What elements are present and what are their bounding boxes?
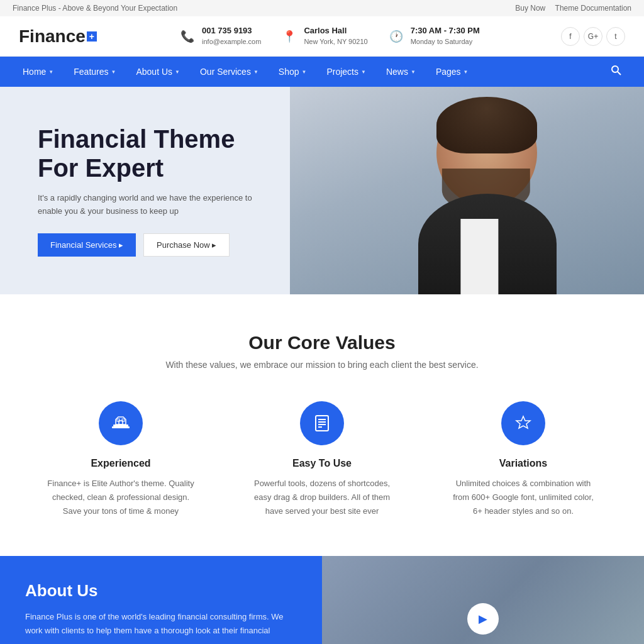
- about-left: About Us Finance Plus is one of the worl…: [0, 556, 322, 644]
- email: info@example.com: [202, 38, 261, 45]
- nav-about[interactable]: About Us ▼: [126, 58, 190, 86]
- svg-line-1: [618, 72, 621, 75]
- svg-rect-7: [316, 416, 328, 431]
- hero-content: Financial Theme For Expert It's a rapidl…: [0, 99, 314, 282]
- hours-time: 7:30 AM - 7:30 PM: [411, 26, 480, 35]
- about-section: About Us Finance Plus is one of the worl…: [0, 556, 644, 644]
- header-contacts: 📞 001 735 9193 info@example.com 📍 Carlos…: [178, 26, 480, 47]
- services-arrow-icon: ▼: [253, 69, 258, 75]
- logo[interactable]: Finance+: [19, 26, 97, 47]
- value-easy-to-use: Easy To Use Powerful tools, dozens of sh…: [247, 401, 397, 518]
- projects-arrow-icon: ▼: [361, 69, 366, 75]
- phone-text: 001 735 9193 info@example.com: [202, 26, 261, 47]
- value-experienced: Experienced Finance+ is Elite Author's t…: [45, 401, 196, 518]
- variations-desc: Unlimited choices & combination with fro…: [448, 477, 599, 518]
- about-desc: Finance Plus is one of the world's leadi…: [25, 610, 297, 638]
- facebook-link[interactable]: f: [561, 27, 580, 46]
- google-plus-link[interactable]: G+: [584, 27, 602, 46]
- core-values-subtitle: With these values, we embrace our missio…: [25, 360, 619, 370]
- nav-projects[interactable]: Projects ▼: [316, 58, 376, 86]
- easy-to-use-icon: [300, 401, 344, 445]
- theme-doc-link[interactable]: Theme Documentation: [555, 4, 631, 13]
- hero-section: Financial Theme For Expert It's a rapidl…: [0, 87, 644, 294]
- top-bar-links: Buy Now Theme Documentation: [508, 4, 631, 13]
- phone-icon: 📞: [178, 27, 197, 46]
- nav-shop[interactable]: Shop ▼: [269, 58, 317, 86]
- core-values-section: Our Core Values With these values, we em…: [0, 294, 644, 556]
- search-button[interactable]: [601, 57, 631, 87]
- easy-to-use-desc: Powerful tools, dozens of shortcodes, ea…: [247, 477, 397, 518]
- home-arrow-icon: ▼: [48, 69, 53, 75]
- play-button[interactable]: ▶: [467, 603, 499, 635]
- location-icon: 📍: [280, 27, 299, 46]
- nav-features[interactable]: Features ▼: [64, 58, 126, 86]
- hero-bg: [290, 87, 644, 294]
- svg-rect-3: [112, 426, 130, 428]
- hero-image: [290, 87, 644, 294]
- contact-location: 📍 Carlos Hall New York, NY 90210: [280, 26, 367, 47]
- about-title: About Us: [25, 581, 297, 601]
- top-bar: Finance Plus - Above & Beyond Your Expec…: [0, 0, 644, 16]
- experienced-desc: Finance+ is Elite Author's theme. Qualit…: [45, 477, 196, 518]
- contact-phone: 📞 001 735 9193 info@example.com: [178, 26, 261, 47]
- purchase-now-button[interactable]: Purchase Now ▸: [143, 233, 230, 257]
- svg-point-0: [612, 66, 618, 72]
- person-hair: [436, 97, 537, 153]
- twitter-link[interactable]: t: [606, 27, 625, 46]
- phone-number: 001 735 9193: [202, 26, 261, 35]
- variations-title: Variations: [448, 458, 599, 469]
- logo-text: Finance: [19, 26, 86, 47]
- nav-home[interactable]: Home ▼: [13, 58, 64, 86]
- nav-services[interactable]: Our Services ▼: [190, 58, 269, 86]
- tagline: Finance Plus - Above & Beyond Your Expec…: [13, 4, 177, 13]
- easy-to-use-title: Easy To Use: [247, 458, 397, 469]
- pages-arrow-icon: ▼: [464, 69, 469, 75]
- contact-hours: 🕐 7:30 AM - 7:30 PM Monday to Saturday: [387, 26, 480, 47]
- core-values-title: Our Core Values: [25, 332, 619, 353]
- about-right: ▶: [322, 556, 644, 644]
- clock-icon: 🕐: [387, 27, 406, 46]
- news-arrow-icon: ▼: [411, 69, 416, 75]
- hours-days: Monday to Saturday: [411, 38, 472, 45]
- values-grid: Experienced Finance+ is Elite Author's t…: [25, 401, 619, 518]
- logo-plus: +: [87, 31, 97, 42]
- nav-pages[interactable]: Pages ▼: [426, 58, 479, 86]
- financial-services-button[interactable]: Financial Services ▸: [38, 233, 136, 257]
- variations-icon: [501, 401, 545, 445]
- hero-buttons: Financial Services ▸ Purchase Now ▸: [38, 233, 277, 257]
- about-arrow-icon: ▼: [175, 69, 180, 75]
- navbar: Home ▼ Features ▼ About Us ▼ Our Service…: [0, 57, 644, 87]
- experienced-icon: [99, 401, 143, 445]
- header: Finance+ 📞 001 735 9193 info@example.com…: [0, 16, 644, 57]
- experienced-title: Experienced: [45, 458, 196, 469]
- location-text: Carlos Hall New York, NY 90210: [304, 26, 367, 47]
- value-variations: Variations Unlimited choices & combinati…: [448, 401, 599, 518]
- buy-now-link[interactable]: Buy Now: [515, 4, 545, 13]
- hero-title: Financial Theme For Expert: [38, 125, 277, 182]
- social-links: f G+ t: [561, 27, 625, 46]
- location-name: Carlos Hall: [304, 26, 367, 35]
- location-address: New York, NY 90210: [304, 38, 367, 45]
- features-arrow-icon: ▼: [111, 69, 116, 75]
- shop-arrow-icon: ▼: [302, 69, 307, 75]
- person-shirt: [461, 219, 499, 294]
- hours-text: 7:30 AM - 7:30 PM Monday to Saturday: [411, 26, 480, 47]
- hero-description: It's a rapidly changing world and we hav…: [38, 192, 277, 218]
- nav-news[interactable]: News ▼: [376, 58, 426, 86]
